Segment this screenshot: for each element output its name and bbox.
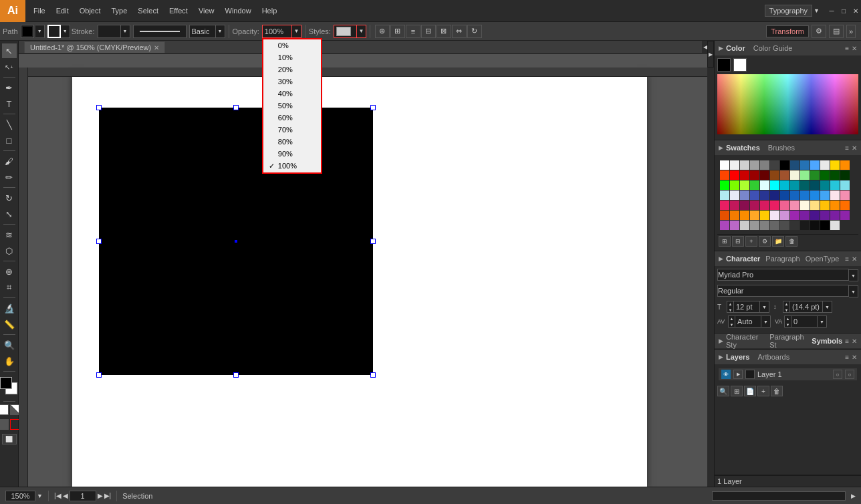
swatch-item[interactable]	[810, 180, 820, 190]
pencil-tool[interactable]: ✏	[2, 170, 17, 184]
swatch-item[interactable]	[720, 160, 729, 170]
swatch-item[interactable]	[770, 170, 779, 180]
swatch-item[interactable]	[820, 160, 830, 170]
arrange-icon[interactable]: ⊠	[437, 25, 451, 38]
menu-effect[interactable]: Effect	[164, 4, 193, 17]
swatch-item[interactable]	[730, 180, 739, 190]
color-panel-menu-icon[interactable]: ≡	[845, 45, 849, 52]
kerning-input[interactable]	[735, 316, 761, 328]
opacity-option-40[interactable]: 40%	[263, 88, 321, 100]
swatch-item[interactable]	[730, 201, 739, 210]
last-page-button[interactable]: ▶|	[104, 492, 112, 499]
swatch-item[interactable]	[840, 160, 850, 170]
swatch-item[interactable]	[780, 201, 789, 210]
swatch-item[interactable]	[840, 191, 850, 200]
direct-selection-tool[interactable]: ↖+	[2, 59, 17, 74]
swatch-item[interactable]	[820, 170, 830, 180]
swatch-item[interactable]	[830, 180, 840, 190]
handle-top-center[interactable]	[233, 105, 239, 110]
opacity-option-20[interactable]: 20%	[263, 64, 321, 76]
opacity-dropdown-button[interactable]: ▼	[292, 25, 301, 38]
swatch-item[interactable]	[720, 170, 729, 180]
layers-new-layer-button[interactable]: +	[757, 386, 769, 396]
basic-dropdown[interactable]: ▼	[216, 25, 225, 38]
menu-object[interactable]: Object	[74, 4, 106, 17]
swatch-item[interactable]	[830, 221, 840, 230]
character-panel-header[interactable]: ▶ Character Paragraph OpenType ≡ ✕	[715, 251, 861, 266]
prev-page-button[interactable]: ◀	[63, 492, 68, 499]
zoom-tool[interactable]: 🔍	[2, 338, 17, 352]
workspace-selector[interactable]: Typography	[765, 5, 812, 17]
swatch-item[interactable]	[800, 201, 810, 210]
opacity-option-10[interactable]: 10%	[263, 51, 321, 64]
swatch-item[interactable]	[810, 201, 820, 210]
kerning-stepper[interactable]: ▲ ▼	[728, 316, 735, 328]
swatch-item[interactable]	[760, 201, 769, 210]
opacity-option-80[interactable]: 80%	[263, 136, 321, 148]
swatch-item[interactable]	[720, 201, 729, 210]
swatch-item[interactable]	[790, 180, 800, 190]
swatch-item[interactable]	[750, 160, 759, 170]
flip-icon[interactable]: ⇔	[452, 25, 467, 38]
rectangle-tool[interactable]: □	[2, 133, 17, 148]
opacity-option-30[interactable]: 30%	[263, 76, 321, 88]
character-panel-menu-icon[interactable]: ≡	[845, 255, 849, 263]
swatch-item[interactable]	[740, 201, 749, 210]
swatch-item[interactable]	[820, 221, 830, 230]
swatch-item[interactable]	[740, 211, 749, 220]
handle-top-right[interactable]	[370, 105, 376, 110]
layers-find-button[interactable]: 🔍	[717, 386, 729, 396]
maximize-button[interactable]: □	[838, 5, 849, 16]
swatch-item[interactable]	[720, 191, 729, 200]
layers-panel-close-icon[interactable]: ✕	[852, 354, 857, 361]
stroke-weight-input[interactable]	[98, 25, 121, 38]
styles-panel-close-icon[interactable]: ✕	[852, 338, 857, 345]
swatch-item[interactable]	[780, 191, 789, 200]
menu-select[interactable]: Select	[132, 4, 164, 17]
handle-top-left[interactable]	[96, 105, 102, 110]
swatch-item[interactable]	[790, 191, 800, 200]
menu-window[interactable]: Window	[220, 4, 257, 17]
swatch-item[interactable]	[740, 180, 749, 190]
menu-file[interactable]: File	[28, 4, 51, 17]
styles-value-display[interactable]	[334, 25, 357, 38]
font-size-stepper[interactable]: ▲ ▼	[727, 301, 733, 313]
close-document-icon[interactable]: ✕	[154, 44, 159, 51]
layers-new-sublayer-button[interactable]: 📄	[744, 386, 756, 396]
page-number-input[interactable]	[70, 491, 96, 501]
swatch-item[interactable]	[760, 170, 769, 180]
swatch-item[interactable]	[770, 191, 779, 200]
swatches-new-group-button[interactable]: 📁	[772, 236, 784, 247]
opacity-option-50[interactable]: 50%	[263, 100, 321, 112]
stroke-weight-dropdown[interactable]: ▼	[121, 25, 130, 38]
vertical-scrollbar[interactable]	[707, 41, 714, 487]
swatch-item[interactable]	[720, 180, 729, 190]
swatch-item[interactable]	[800, 191, 810, 200]
menu-type[interactable]: Type	[106, 4, 133, 17]
swatch-item[interactable]	[800, 221, 810, 230]
swatch-item[interactable]	[740, 191, 749, 200]
color-panel-close-icon[interactable]: ✕	[852, 45, 857, 52]
swatches-panel-menu-icon[interactable]: ≡	[845, 144, 849, 152]
font-name-input[interactable]	[717, 269, 849, 281]
swatch-item[interactable]	[740, 221, 749, 230]
swatches-panel-close-icon[interactable]: ✕	[852, 144, 857, 152]
swatch-item[interactable]	[770, 221, 779, 230]
rotate-icon[interactable]: ↻	[467, 25, 482, 38]
kerning-dropdown[interactable]: ▼	[761, 316, 771, 328]
normal-mode-button[interactable]	[0, 404, 9, 415]
canvas-content[interactable]	[19, 54, 714, 487]
swatch-item[interactable]	[750, 170, 759, 180]
layers-delete-button[interactable]: 🗑	[771, 386, 783, 396]
swatch-item[interactable]	[830, 211, 840, 220]
opacity-option-90[interactable]: 90%	[263, 148, 321, 160]
swatch-item[interactable]	[810, 170, 820, 180]
swatch-item[interactable]	[730, 170, 739, 180]
swatch-item[interactable]	[800, 170, 810, 180]
settings-icon[interactable]: ⚙	[812, 25, 826, 38]
panels-toggle-icon[interactable]: ▤	[829, 25, 844, 38]
swatch-item[interactable]	[770, 211, 779, 220]
swatch-item[interactable]	[800, 211, 810, 220]
opacity-option-60[interactable]: 60%	[263, 112, 321, 124]
swatches-delete-button[interactable]: 🗑	[785, 236, 797, 247]
